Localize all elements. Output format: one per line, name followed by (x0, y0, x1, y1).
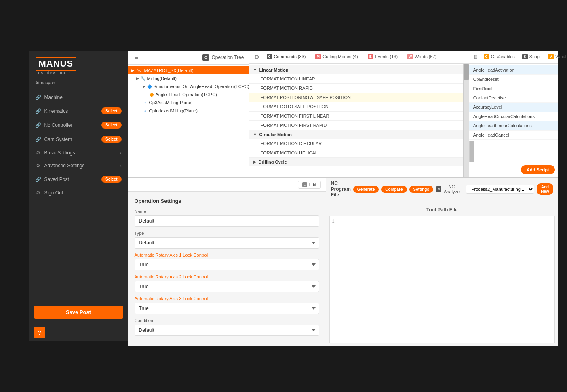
sign-out-label: Sign Out (44, 190, 63, 196)
sidebar-bottom: Save Post (29, 301, 128, 324)
kinematics-label: Kinematics (44, 108, 68, 114)
saved-post-label: Saved Post (44, 177, 69, 182)
sidebar-item-nc-controller[interactable]: 🔗 Nc Controller Select (29, 118, 128, 132)
cam-system-select-button[interactable]: Select (101, 136, 121, 143)
c-variables-label: C. Variables (491, 54, 515, 59)
nc-controller-select-button[interactable]: Select (101, 122, 121, 129)
help-button[interactable]: ? (34, 327, 45, 338)
advanced-settings-arrow: ‹ (120, 164, 121, 168)
cmd-format-motion-helical[interactable]: FORMAT MOTION HELICAL (249, 148, 463, 158)
commands-panel: ⚙ C Commands (33) M Cutting Modes (4) E … (249, 51, 469, 177)
nc-process-select[interactable]: Process2_Manufacturing... (466, 185, 534, 194)
tab-variable[interactable]: V Variable (545, 51, 567, 63)
sidebar-username: Atmasyon (29, 78, 128, 89)
commands-scrollbar[interactable] (463, 64, 469, 177)
advanced-settings-icon: ⚙ (36, 163, 41, 169)
cmd-format-motion-first-linear[interactable]: FORMAT MOTION FIRST LINEAR (249, 112, 463, 121)
commands-scrollbar-thumb (464, 64, 469, 80)
nc-settings-button[interactable]: Settings (409, 186, 433, 193)
name-input[interactable] (135, 215, 319, 227)
sidebar-item-saved-post[interactable]: 🔗 Saved Post Select (29, 172, 128, 186)
kinematics-select-button[interactable]: Select (101, 107, 121, 114)
sidebar-item-basic-settings[interactable]: ⚙ Basic Settings ‹ (29, 146, 128, 159)
tree-arrow: ▶ (131, 68, 134, 72)
nc-header-right: N NC Analyze Process2_Manufacturing... A… (433, 183, 553, 196)
tab-cutting-modes[interactable]: M Cutting Modes (4) (311, 51, 362, 63)
tree-item-angle-head[interactable]: 🔶 Angle_Head_Operation(TCPC) (128, 91, 249, 99)
auto-rot3-select[interactable]: True (135, 303, 319, 314)
sidebar-item-machine[interactable]: 🔗 Machine (29, 91, 128, 104)
sidebar-item-kinematics[interactable]: 🔗 Kinematics Select (29, 104, 128, 118)
tree-label-simultaneous: Simultaneous_Or_AngleHead_Operation(TCPC… (154, 84, 249, 89)
cmd-format-motion-linear[interactable]: FORMAT MOTION LINEAR (249, 74, 463, 84)
variable-icon: V (548, 54, 554, 59)
sidebar-item-advanced-settings[interactable]: ⚙ Advanced Settings ‹ (29, 159, 128, 172)
drilling-cycle-label: Drilling Cycle (259, 160, 287, 164)
condition-select[interactable]: Default (135, 325, 319, 336)
saved-post-select-button[interactable]: Select (101, 176, 121, 183)
machine-label: Machine (44, 95, 63, 100)
linear-motion-label: Linear Motion (259, 67, 288, 72)
cmd-format-motion-rapid[interactable]: FORMAT MOTION RAPID (249, 84, 463, 93)
save-post-button[interactable]: Save Post (34, 306, 123, 319)
cmd-group-drilling-cycle[interactable]: ▶ Drilling Cycle (249, 158, 463, 166)
edit-button[interactable]: E Edit (298, 181, 321, 189)
tree-content: ▶ Nc MAZATROL_SX(Default) ▶ 🔧 Milling(De… (128, 65, 249, 177)
nc-analyze-button[interactable]: N NC Analyze (433, 183, 464, 196)
condition-label: Condition (135, 318, 319, 323)
tab-events[interactable]: E Events (13) (364, 51, 402, 63)
tab-script[interactable]: S Script (519, 51, 544, 63)
tab-words[interactable]: W Words (67) (403, 51, 441, 63)
logo-manus: MANUS (39, 59, 74, 69)
cmd-group-linear-motion[interactable]: ▼ Linear Motion (249, 65, 463, 74)
script-scrollbar[interactable] (469, 141, 474, 162)
sidebar-menu: 🔗 Machine 🔗 Kinematics Select 🔗 Nc Contr… (29, 89, 128, 301)
variable-label: Variable (555, 54, 567, 59)
nc-header: NC Program File Generate Compare Setting… (326, 178, 558, 200)
content-area: 🖥 O Operation Tree ▶ Nc MAZATROL_SX(Defa… (128, 51, 558, 341)
script-item-angle-head-cancel[interactable]: AngleHeadCancel (469, 131, 558, 140)
cmd-format-positioning-safe[interactable]: FORMAT POSITIONING AT SAFE POSITION (249, 93, 463, 102)
edit-icon: E (302, 182, 307, 187)
drilling-cycle-arrow: ▶ (253, 160, 256, 164)
tree-item-mazatrol[interactable]: ▶ Nc MAZATROL_SX(Default) (128, 66, 249, 74)
nc-header-left: NC Program File Generate Compare Setting… (331, 181, 434, 198)
sidebar-item-cam-system[interactable]: 🔗 Cam System Select (29, 132, 128, 146)
add-script-button[interactable]: Add Script (521, 165, 555, 174)
tree-icon-op3axis: 🔹 (143, 101, 148, 105)
tab-cutting-label: Cutting Modes (4) (322, 54, 358, 59)
cmd-group-circular-motion[interactable]: ▼ Circular Motion (249, 130, 463, 139)
type-select[interactable]: Default (135, 237, 319, 249)
commands-tabs: ⚙ C Commands (33) M Cutting Modes (4) E … (249, 51, 469, 64)
top-section: 🖥 O Operation Tree ▶ Nc MAZATROL_SX(Defa… (128, 51, 558, 178)
tree-item-milling[interactable]: ▶ 🔧 Milling(Default) (128, 74, 249, 82)
nc-analyze-icon: N (436, 186, 441, 192)
script-item-angle-head-linear[interactable]: AngleHeadLinearCalculations (469, 121, 558, 131)
op-tree-header: 🖥 O Operation Tree (128, 51, 249, 65)
script-item-first-tool[interactable]: FirstTool (469, 84, 558, 93)
cmd-format-motion-first-rapid[interactable]: FORMAT MOTION FIRST RAPID (249, 121, 463, 130)
sidebar-item-sign-out[interactable]: ⚙ Sign Out (29, 186, 128, 199)
script-item-coolant-deactive[interactable]: CoolantDeactive (469, 93, 558, 103)
script-item-accuracy-level[interactable]: AccuracyLevel (469, 103, 558, 112)
tab-commands[interactable]: C Commands (33) (263, 51, 310, 63)
commands-gear-icon[interactable]: ⚙ (253, 51, 261, 63)
auto-rot2-select[interactable]: True (135, 281, 319, 292)
cmd-format-motion-circular[interactable]: FORMAT MOTION CIRCULAR (249, 139, 463, 148)
nc-generate-button[interactable]: Generate (353, 186, 379, 193)
auto-rot1-select[interactable]: True (135, 259, 319, 270)
auto-rot2-label: Automatic Rotary Axis 2 Lock Control (135, 274, 319, 279)
nc-compare-button[interactable]: Compare (381, 186, 407, 193)
kinematics-icon: 🔗 (36, 108, 41, 114)
tree-item-simultaneous[interactable]: ▶ 🔷 Simultaneous_Or_AngleHead_Operation(… (128, 82, 249, 91)
tab-c-variables[interactable]: C C. Variables (481, 51, 518, 63)
tree-nc-badge: Nc (136, 68, 143, 73)
nc-add-new-button[interactable]: Add New (537, 183, 553, 195)
script-item-op-end-reset[interactable]: OpEndReset (469, 75, 558, 84)
tree-item-op3axis[interactable]: 🔹 Op3AxisMilling(Plane) (128, 99, 249, 107)
script-item-angle-head-activation[interactable]: AngleHeadActivation (469, 65, 558, 75)
tree-item-opindexed[interactable]: 🔹 OpIndexedMilling(Plane) (128, 107, 249, 115)
script-item-angle-head-circular[interactable]: AngleHeadCircularCalculations (469, 112, 558, 121)
cmd-format-goto-safe[interactable]: FORMAT GOTO SAFE POSITION (249, 102, 463, 112)
op-tree-title-icon: O (202, 54, 209, 61)
